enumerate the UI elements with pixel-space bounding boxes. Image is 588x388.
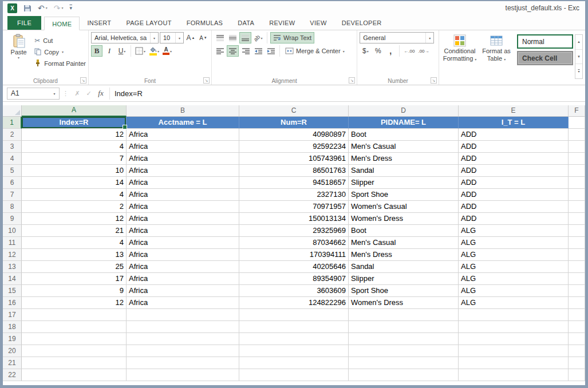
cell-B7[interactable]: Africa (127, 189, 239, 201)
conditional-formatting-button[interactable]: Conditional Formatting ▾ (441, 32, 478, 64)
ribbon-tab-review[interactable]: REVIEW (262, 16, 302, 30)
decrease-indent-button[interactable] (252, 45, 264, 57)
column-header-B[interactable]: B (127, 105, 239, 117)
row-header-6[interactable]: 6 (3, 177, 22, 189)
cell-F7[interactable] (569, 189, 585, 201)
cell-B18[interactable] (127, 321, 239, 333)
cell-A21[interactable] (22, 357, 127, 369)
decrease-decimal-button[interactable]: .00→ (417, 45, 430, 57)
merge-center-button[interactable]: Merge & Center ▾ (283, 45, 347, 57)
cell-E3[interactable]: ADD (459, 141, 569, 153)
row-header-12[interactable]: 12 (3, 249, 22, 261)
cell-F4[interactable] (569, 153, 585, 165)
align-right-button[interactable] (240, 45, 251, 57)
cell-C12[interactable]: 170394111 (239, 249, 349, 261)
cell-C22[interactable] (239, 369, 349, 381)
name-box[interactable]: A1 ▾ (7, 88, 60, 100)
underline-button[interactable]: U▾ (116, 45, 128, 57)
cell-A16[interactable]: 12 (22, 297, 127, 309)
row-header-15[interactable]: 15 (3, 285, 22, 297)
cell-E22[interactable] (459, 369, 569, 381)
paste-button[interactable]: Paste ▾ (5, 32, 32, 68)
cell-C20[interactable] (239, 345, 349, 357)
cell-F16[interactable] (569, 297, 585, 309)
select-all-corner[interactable] (3, 105, 22, 117)
cell-C16[interactable]: 124822296 (239, 297, 349, 309)
font-size-combo[interactable]: 10 ▾ (160, 32, 184, 43)
styles-gallery-down-button[interactable]: ▼ (575, 50, 582, 65)
cell-F12[interactable] (569, 249, 585, 261)
cell-D10[interactable]: Boot (349, 225, 459, 237)
font-dialog-launcher[interactable]: ↘ (203, 77, 210, 84)
cell-E10[interactable]: ALG (459, 225, 569, 237)
cell-F19[interactable] (569, 333, 585, 345)
cell-E16[interactable]: ALG (459, 297, 569, 309)
cell-C4[interactable]: 105743961 (239, 153, 349, 165)
cell-A18[interactable] (22, 321, 127, 333)
cell-style-normal[interactable]: Normal (517, 34, 573, 49)
cell-C10[interactable]: 29325969 (239, 225, 349, 237)
cell-style-check-cell[interactable]: Check Cell (517, 51, 573, 65)
row-header-22[interactable]: 22 (3, 369, 22, 381)
cell-D19[interactable] (349, 333, 459, 345)
row-header-2[interactable]: 2 (3, 129, 22, 141)
cell-B19[interactable] (127, 333, 239, 345)
increase-decimal-button[interactable]: ←.00 (402, 45, 416, 57)
cell-E17[interactable] (459, 309, 569, 321)
cell-D1[interactable]: PIDNAME= L (349, 117, 459, 129)
column-header-D[interactable]: D (349, 105, 459, 117)
row-header-7[interactable]: 7 (3, 189, 22, 201)
cell-D9[interactable]: Women's Dress (349, 213, 459, 225)
cell-C17[interactable] (239, 309, 349, 321)
cell-A19[interactable] (22, 333, 127, 345)
cell-C18[interactable] (239, 321, 349, 333)
format-painter-button[interactable]: Format Painter (34, 59, 86, 68)
cell-C8[interactable]: 70971957 (239, 201, 349, 213)
row-header-5[interactable]: 5 (3, 165, 22, 177)
cell-E15[interactable]: ALG (459, 285, 569, 297)
cell-F13[interactable] (569, 261, 585, 273)
cell-D8[interactable]: Women's Casual (349, 201, 459, 213)
cell-F3[interactable] (569, 141, 585, 153)
cell-B22[interactable] (127, 369, 239, 381)
cell-D16[interactable]: Women's Dress (349, 297, 459, 309)
ribbon-tab-developer[interactable]: DEVELOPER (334, 16, 389, 30)
cell-F9[interactable] (569, 213, 585, 225)
cell-E20[interactable] (459, 345, 569, 357)
cell-E21[interactable] (459, 357, 569, 369)
cell-D3[interactable]: Men's Casual (349, 141, 459, 153)
cell-E1[interactable]: I_T = L (459, 117, 569, 129)
cell-D11[interactable]: Men's Casual (349, 237, 459, 249)
align-bottom-button[interactable] (239, 32, 251, 43)
cell-B21[interactable] (127, 357, 239, 369)
cell-A7[interactable]: 4 (22, 189, 127, 201)
save-button[interactable] (23, 4, 31, 12)
row-header-9[interactable]: 9 (3, 213, 22, 225)
clipboard-dialog-launcher[interactable]: ↘ (80, 77, 86, 84)
cell-B11[interactable]: Africa (127, 237, 239, 249)
ribbon-tab-data[interactable]: DATA (230, 16, 262, 30)
column-header-A[interactable]: A (22, 105, 127, 117)
align-middle-button[interactable] (227, 32, 238, 43)
cell-B16[interactable]: Africa (127, 297, 239, 309)
italic-button[interactable]: I (104, 45, 115, 57)
row-header-17[interactable]: 17 (3, 309, 22, 321)
accounting-format-button[interactable]: $▾ (360, 45, 371, 57)
insert-function-button[interactable]: fx (94, 89, 107, 98)
cell-A17[interactable] (22, 309, 127, 321)
cell-A20[interactable] (22, 345, 127, 357)
cell-D18[interactable] (349, 321, 459, 333)
cell-C7[interactable]: 2327130 (239, 189, 349, 201)
undo-button[interactable]: ↶▾ (38, 4, 48, 12)
row-header-11[interactable]: 11 (3, 237, 22, 249)
cell-B10[interactable]: Africa (127, 225, 239, 237)
cell-C14[interactable]: 89354907 (239, 273, 349, 285)
cell-A2[interactable]: 12 (22, 129, 127, 141)
row-header-4[interactable]: 4 (3, 153, 22, 165)
cell-B17[interactable] (127, 309, 239, 321)
cell-F14[interactable] (569, 273, 585, 285)
cell-C15[interactable]: 3603609 (239, 285, 349, 297)
formula-bar-handle[interactable]: ⋮ (60, 90, 72, 97)
cell-B8[interactable]: Africa (127, 201, 239, 213)
formula-input[interactable]: Index=R (112, 89, 585, 98)
